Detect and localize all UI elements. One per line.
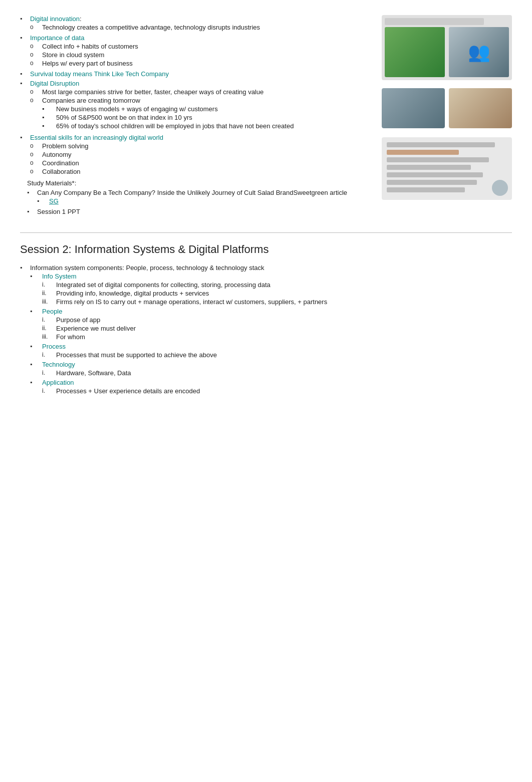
sub-sub-list: ▪ New business models + ways of engaging… (42, 105, 294, 130)
sub-sub-text: 65% of today's school children will be e… (56, 122, 294, 130)
sub-bullet: o (30, 88, 40, 95)
numbered-list: i. Processes that must be supported to a… (42, 351, 217, 359)
second-image-pair (382, 88, 512, 128)
blur-line (387, 142, 495, 147)
blur-line (387, 150, 459, 155)
bullet: ▪ (20, 15, 27, 22)
list-item: ▪ Essential skills for an increasingly d… (20, 134, 372, 176)
num-label: ii. (42, 290, 54, 297)
sub-list: o Problem solving o Autonomy o Coordinat… (30, 142, 372, 175)
study-item-content: Can Any Company Be a Tech Company? Insid… (37, 189, 347, 206)
sub-item-text: Most large companies strive for better, … (42, 88, 263, 96)
list-item: o Store in cloud system (30, 51, 372, 59)
sub-bullet: o (30, 60, 40, 67)
sub-bullet: o (30, 159, 40, 166)
sub-item-text: Collect info + habits of customers (42, 43, 138, 50)
sub-sub-bullet: ▪ (42, 122, 54, 129)
bullet: ▪ (20, 80, 27, 87)
image-pair: 👥 (385, 27, 509, 77)
study-item: ▪ Can Any Company Be a Tech Company? Ins… (27, 189, 372, 206)
sub-list: ▪ SG (37, 197, 347, 205)
sub-list: o Most large companies strive for better… (30, 88, 372, 131)
list-item: ▪ 50% of S&P500 wont be on that index in… (42, 114, 294, 121)
list-item: ▪ Digital Disruption o Most large compan… (20, 80, 372, 132)
study-item-text: Session 1 PPT (37, 208, 80, 215)
list-item: ▪ Process i. Processes that must be supp… (30, 343, 327, 360)
list-item: i. Purpose of app (42, 316, 136, 324)
sg-link[interactable]: SG (49, 197, 59, 205)
sub-item-content: Technology i. Hardware, Software, Data (42, 361, 131, 378)
sub-item-label: Application (42, 379, 74, 386)
list-item: ▪ New business models + ways of engaging… (42, 105, 294, 113)
item-content: Survival today means Think Like Tech Com… (30, 70, 372, 78)
blur-line (387, 187, 465, 192)
list-item: i. Processes + User experience details a… (42, 387, 200, 395)
numbered-list: i. Integrated set of digital components … (42, 281, 327, 306)
sub-item-label: Process (42, 343, 66, 350)
numbered-text: Processes + User experience details are … (56, 387, 200, 395)
sub-item-label: Technology (42, 361, 75, 368)
numbered-text: Experience we must deliver (56, 325, 136, 332)
study-materials: Study Materials*: ▪ Can Any Company Be a… (27, 179, 372, 215)
sub-bullet: o (30, 97, 40, 104)
sub-item-label: Info System (42, 273, 77, 280)
numbered-text: Integrated set of digital components for… (56, 281, 271, 289)
landscape-image (385, 27, 445, 77)
blur-line (387, 157, 489, 162)
sub-item-content: Process i. Processes that must be suppor… (42, 343, 217, 360)
numbered-text: Purpose of app (56, 316, 100, 324)
list-item: ▪ Technology i. Hardware, Software, Data (30, 361, 327, 378)
text-image-block (382, 137, 512, 200)
sub-item-content: Application i. Processes + User experien… (42, 379, 200, 396)
list-item: o Most large companies strive for better… (30, 88, 372, 96)
list-item: o Technology creates a competitive advan… (30, 24, 372, 31)
bullet: ▪ (20, 264, 27, 271)
sub-sub-bullet: ▪ (42, 105, 54, 112)
num-label: i. (42, 351, 54, 358)
session2-section: Session 2: Information Systems & Digital… (20, 243, 512, 397)
numbered-text: Processes that must be supported to achi… (56, 351, 217, 359)
sub-bullet: ▪ (30, 308, 40, 315)
list-item: i. Integrated set of digital components … (42, 281, 327, 289)
small-avatar (492, 180, 508, 196)
num-label: i. (42, 387, 54, 394)
sub-bullet: o (30, 24, 40, 31)
list-item: ▪ Information system components: People,… (20, 264, 512, 397)
list-item: o Helps w/ every part of business (30, 60, 372, 67)
bullet: ▪ (20, 70, 27, 77)
item-content: Essential skills for an increasingly dig… (30, 134, 372, 176)
session2-list: ▪ Information system components: People,… (20, 264, 512, 397)
numbered-text: For whom (56, 333, 85, 341)
sub-item-text: Companies are creating tomorrow (42, 97, 140, 104)
top-section: ▪ Digital innovation: o Technology creat… (20, 15, 512, 217)
blur-line (387, 165, 471, 170)
num-label: i. (42, 316, 54, 323)
numbered-text: Firms rely on IS to carry out + manage o… (56, 298, 327, 306)
bullet: ▪ (20, 34, 27, 41)
session2-title: Session 2: Information Systems & Digital… (20, 243, 512, 256)
item-label: Digital Disruption (30, 80, 79, 87)
study-item-text: Can Any Company Be a Tech Company? Insid… (37, 189, 347, 196)
session2-sub-list: ▪ Info System i. Integrated set of digit… (30, 273, 327, 396)
item-content: Importance of data o Collect info + habi… (30, 34, 372, 68)
list-item: o Autonomy (30, 151, 372, 158)
study-materials-label: Study Materials*: (27, 179, 372, 187)
bullet: ▪ (20, 134, 27, 141)
sub-list: o Technology creates a competitive advan… (30, 24, 372, 31)
blur-line (387, 180, 477, 185)
sub-item-text: Coordination (42, 159, 79, 167)
numbered-list: i. Processes + User experience details a… (42, 387, 200, 395)
sub-bullet: o (30, 43, 40, 50)
sub-bullet: o (30, 168, 40, 175)
list-item: iii. For whom (42, 333, 136, 341)
list-item: ii. Providing info, knowledge, digital p… (42, 290, 327, 297)
sub-bullet: ▪ (30, 379, 40, 386)
blurred-title-bar (385, 18, 484, 25)
numbered-text: Hardware, Software, Data (56, 369, 131, 377)
sub-sub-bullet: ▪ (42, 114, 54, 121)
item-label: Importance of data (30, 34, 84, 42)
num-label: ii. (42, 325, 54, 332)
numbered-list: i. Hardware, Software, Data (42, 369, 131, 377)
people-image: 👥 (449, 27, 509, 77)
sub-item-content: Companies are creating tomorrow ▪ New bu… (42, 97, 294, 131)
